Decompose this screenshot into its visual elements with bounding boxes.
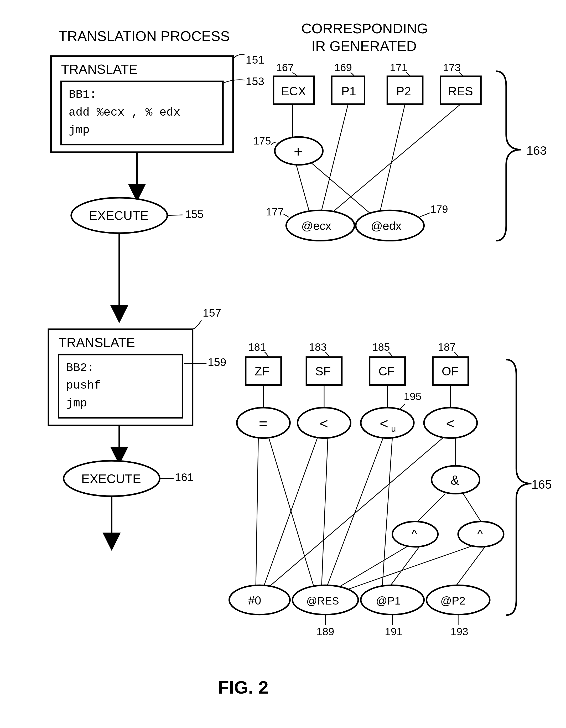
ref-195: 195 [404,390,421,402]
box-of-t: OF [442,364,459,378]
svg-line-22 [418,494,445,522]
exec2-label: EXECUTE [81,472,141,486]
ref-181: 181 [248,341,266,353]
box-p2-t: P2 [396,84,411,98]
ref-189: 189 [316,626,334,638]
ref-161: 161 [175,471,194,483]
ir-group-2: 181 ZF 183 SF 185 CF 187 OF = < < u 195 … [229,341,552,638]
ref-185: 185 [372,341,390,353]
ref-165: 165 [532,478,552,491]
svg-line-15 [268,437,314,587]
ir-group-1: ECX 167 P1 169 P2 171 RES 173 + 175 @ecx… [253,61,547,241]
xor2-t: ^ [477,527,483,541]
svg-line-18 [327,437,384,587]
svg-line-7 [380,104,405,213]
svg-line-24 [334,545,409,590]
bb2-line2: pushf [66,379,101,392]
figure-label: FIG. 2 [218,677,269,698]
svg-line-25 [387,545,420,590]
eq-t: = [259,415,268,432]
lt-s-t: < [320,415,328,432]
svg-line-4 [296,165,309,210]
ref-173: 173 [443,61,461,74]
ref-153: 153 [246,75,264,87]
lt-u-sub: u [391,424,396,433]
ref-171: 171 [390,61,407,74]
title-right-1: CORRESPONDING [301,20,428,36]
box-zf-t: ZF [255,364,269,378]
exec1-label: EXECUTE [89,208,148,223]
at-p1-t: @P1 [376,595,401,607]
box-res-t: RES [448,84,473,98]
title-left: TRANSLATION PROCESS [59,28,230,44]
box-cf-t: CF [378,364,395,378]
ref-183: 183 [309,341,326,353]
ref-187: 187 [438,341,455,353]
svg-line-27 [453,545,486,590]
at-ecx-t: @ecx [301,219,331,232]
at-res-t: @RES [307,595,339,607]
ref-193: 193 [450,626,468,638]
svg-line-16 [263,437,318,587]
ref-163: 163 [526,144,547,157]
translate-2-title: TRANSLATE [59,335,135,350]
zero-t: #0 [248,594,261,607]
at-p2-t: @P2 [440,595,465,607]
box-ecx-t: ECX [281,84,306,98]
bb2-line3: jmp [66,397,87,410]
title-right-2: IR GENERATED [311,38,417,54]
svg-line-19 [382,437,392,587]
amp-t: & [450,473,459,488]
at-edx-t: @edx [371,219,401,232]
bb2-line1: BB2: [66,361,94,374]
svg-line-17 [321,437,328,587]
plus-t: + [294,143,303,160]
svg-line-8 [332,104,461,213]
xor1-t: ^ [411,527,417,541]
brace-165 [506,360,531,615]
translate-1-title: TRANSLATE [61,62,138,77]
svg-line-14 [256,437,258,587]
bb1-line1: BB1: [69,88,96,101]
ref-175: 175 [253,135,271,147]
ref-157: 157 [203,307,221,319]
bb1-line3: jmp [69,123,90,137]
ref-151: 151 [246,54,264,66]
figure-diagram: TRANSLATION PROCESS CORRESPONDING IR GEN… [11,11,555,711]
ref-167: 167 [276,61,294,74]
svg-line-6 [321,104,348,210]
svg-line-23 [463,494,481,522]
svg-line-9 [420,213,430,216]
ref-159: 159 [208,356,226,368]
svg-line-5 [308,160,370,213]
ref-179: 179 [430,203,448,215]
brace-163 [496,71,521,241]
ref-155: 155 [185,208,204,220]
bb1-line2: add %ecx , % edx [69,106,180,119]
box-p1-t: P1 [341,84,356,98]
ref-191: 191 [385,626,402,638]
lt-o-t: < [446,415,455,432]
lt-u-t: < [380,415,388,432]
box-sf-t: SF [315,364,331,378]
ref-169: 169 [334,61,352,74]
svg-line-0 [167,215,183,215]
ref-177: 177 [266,206,284,218]
